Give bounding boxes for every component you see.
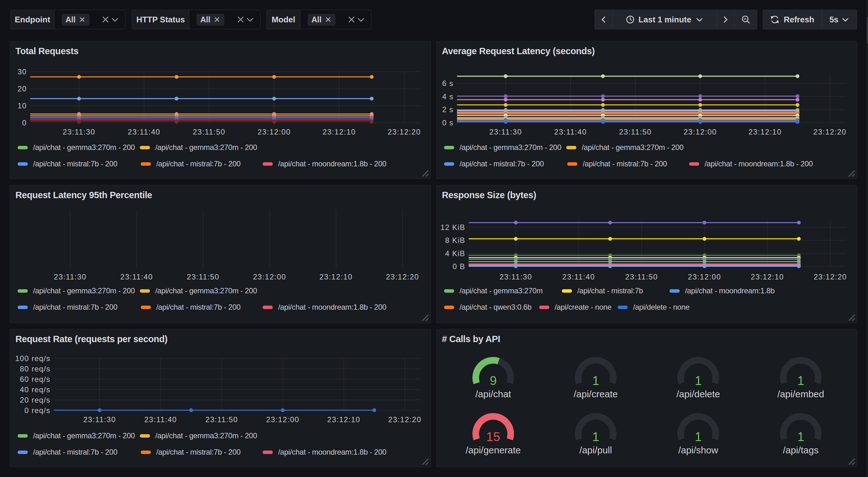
svg-text:20 req/s: 20 req/s — [20, 396, 51, 404]
svg-text:23:11:30: 23:11:30 — [490, 128, 522, 136]
svg-text:0 req/s: 0 req/s — [25, 406, 51, 415]
svg-text:1: 1 — [592, 430, 599, 444]
svg-text:23:12:00: 23:12:00 — [253, 272, 286, 281]
svg-text:23:11:40: 23:11:40 — [554, 128, 587, 136]
svg-text:23:11:40: 23:11:40 — [128, 128, 161, 136]
svg-text:1: 1 — [695, 374, 702, 388]
svg-text:23:11:50: 23:11:50 — [205, 415, 238, 424]
svg-text:23:11:30: 23:11:30 — [83, 415, 116, 424]
svg-text:4 KiB: 4 KiB — [445, 249, 465, 258]
svg-text:23:12:10: 23:12:10 — [751, 272, 784, 281]
svg-text:1: 1 — [592, 374, 599, 388]
svg-text:1: 1 — [797, 374, 804, 388]
svg-text:6 s: 6 s — [442, 79, 454, 88]
svg-text:2 s: 2 s — [442, 105, 454, 114]
svg-text:23:11:40: 23:11:40 — [120, 272, 153, 281]
svg-text:23:11:50: 23:11:50 — [193, 128, 225, 136]
svg-text:/api/chat: /api/chat — [475, 389, 511, 399]
svg-text:/api/show: /api/show — [678, 445, 718, 455]
svg-text:23:12:10: 23:12:10 — [319, 272, 352, 281]
svg-text:0 B: 0 B — [453, 262, 465, 271]
svg-text:/api/tags: /api/tags — [783, 445, 818, 455]
svg-text:23:11:40: 23:11:40 — [562, 272, 595, 281]
svg-text:/api/generate: /api/generate — [465, 445, 521, 455]
svg-text:/api/create: /api/create — [574, 389, 618, 399]
svg-text:23:12:10: 23:12:10 — [327, 415, 360, 424]
svg-text:0: 0 — [22, 118, 27, 127]
svg-text:15: 15 — [486, 430, 500, 444]
svg-text:80 req/s: 80 req/s — [20, 364, 51, 373]
svg-text:12 KiB: 12 KiB — [440, 223, 465, 232]
svg-text:/api/embed: /api/embed — [777, 389, 824, 399]
svg-text:23:11:50: 23:11:50 — [187, 272, 219, 281]
svg-text:23:12:00: 23:12:00 — [258, 128, 291, 136]
svg-text:9: 9 — [490, 374, 497, 388]
svg-text:40 req/s: 40 req/s — [20, 385, 51, 394]
svg-text:4 s: 4 s — [442, 92, 454, 101]
svg-text:100 req/s: 100 req/s — [15, 354, 51, 363]
svg-text:30: 30 — [18, 67, 27, 76]
svg-text:23:12:20: 23:12:20 — [813, 272, 846, 281]
svg-text:23:11:40: 23:11:40 — [144, 415, 177, 424]
svg-text:23:11:30: 23:11:30 — [54, 272, 87, 281]
svg-text:8 KiB: 8 KiB — [445, 236, 465, 244]
svg-text:/api/pull: /api/pull — [580, 445, 612, 455]
svg-text:23:12:00: 23:12:00 — [683, 128, 716, 136]
svg-text:23:11:30: 23:11:30 — [63, 128, 95, 136]
svg-text:60 req/s: 60 req/s — [20, 375, 51, 383]
svg-text:10: 10 — [18, 101, 27, 110]
svg-text:1: 1 — [695, 430, 702, 444]
svg-text:23:12:20: 23:12:20 — [388, 128, 421, 136]
svg-text:23:12:00: 23:12:00 — [266, 415, 299, 424]
svg-text:1: 1 — [797, 430, 804, 444]
svg-text:23:12:10: 23:12:10 — [748, 128, 781, 136]
svg-text:0 s: 0 s — [442, 118, 454, 127]
svg-text:23:12:10: 23:12:10 — [322, 128, 355, 136]
svg-text:23:12:00: 23:12:00 — [688, 272, 721, 281]
svg-text:/api/delete: /api/delete — [677, 389, 720, 399]
svg-text:23:12:20: 23:12:20 — [813, 128, 846, 136]
svg-text:23:11:50: 23:11:50 — [619, 128, 652, 136]
svg-text:20: 20 — [18, 84, 27, 93]
svg-text:23:12:20: 23:12:20 — [388, 415, 422, 424]
svg-text:23:11:50: 23:11:50 — [625, 272, 658, 281]
svg-text:23:12:20: 23:12:20 — [386, 272, 419, 281]
svg-text:23:11:30: 23:11:30 — [499, 272, 532, 281]
